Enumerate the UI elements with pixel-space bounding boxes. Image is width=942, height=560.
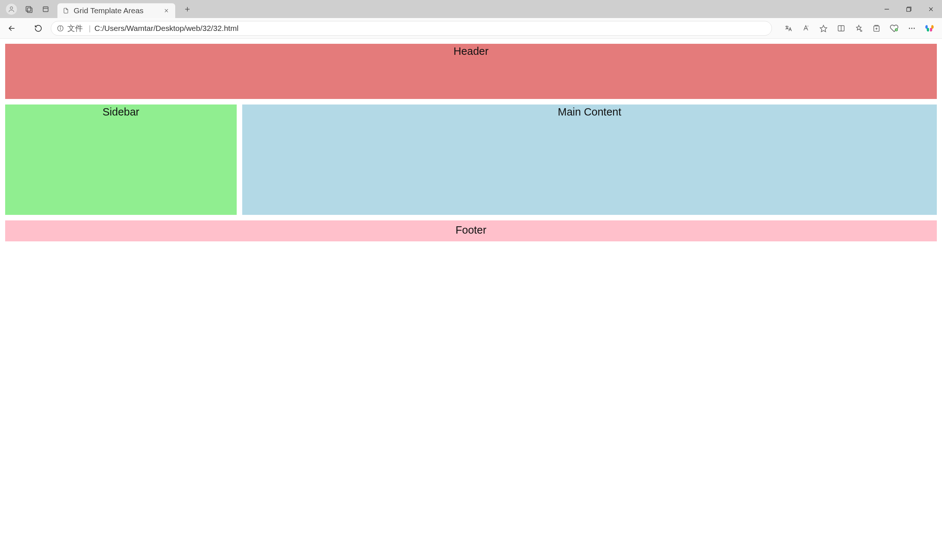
svg-marker-22 xyxy=(857,25,861,30)
window-controls xyxy=(876,0,942,18)
svg-point-18 xyxy=(60,26,60,27)
maximize-button[interactable] xyxy=(898,0,920,18)
tab-actions-icon[interactable] xyxy=(40,4,51,14)
translate-icon[interactable] xyxy=(780,20,796,37)
svg-point-32 xyxy=(914,28,915,29)
browser-tab[interactable]: Grid Template Areas xyxy=(57,3,175,18)
url-text: C:/Users/Wamtar/Desktop/web/32/32.html xyxy=(94,24,766,33)
svg-point-30 xyxy=(909,28,910,29)
close-window-button[interactable] xyxy=(920,0,942,18)
grid-header-area: Header xyxy=(5,44,937,99)
site-info-icon[interactable] xyxy=(56,24,65,32)
split-screen-icon[interactable] xyxy=(833,20,849,37)
address-row: 文件 | C:/Users/Wamtar/Desktop/web/32/32.h… xyxy=(0,18,942,38)
tab-strip-left xyxy=(6,4,51,15)
copilot-icon[interactable] xyxy=(921,20,937,37)
collections-icon[interactable] xyxy=(868,20,885,37)
profile-icon[interactable] xyxy=(6,4,17,15)
address-separator: | xyxy=(89,24,91,33)
tab-title: Grid Template Areas xyxy=(74,6,148,15)
workspaces-icon[interactable] xyxy=(23,4,34,14)
svg-rect-1 xyxy=(26,6,31,11)
grid-container: Header Sidebar Main Content Footer xyxy=(5,44,937,242)
extensions-icon[interactable] xyxy=(886,20,902,37)
svg-marker-19 xyxy=(820,25,827,31)
page-favicon-icon xyxy=(63,8,69,14)
close-tab-button[interactable] xyxy=(163,7,170,14)
toolbar-right xyxy=(780,20,937,37)
svg-point-31 xyxy=(911,28,912,29)
favorites-list-icon[interactable] xyxy=(851,20,867,37)
address-prefix: 文件 xyxy=(67,23,83,34)
read-aloud-icon[interactable] xyxy=(798,20,814,37)
svg-rect-3 xyxy=(43,7,48,11)
svg-rect-11 xyxy=(907,8,910,11)
svg-rect-2 xyxy=(27,8,32,12)
tab-strip: Grid Template Areas xyxy=(0,0,942,18)
grid-main-area: Main Content xyxy=(242,105,937,215)
grid-sidebar-area: Sidebar xyxy=(5,105,237,215)
back-button[interactable] xyxy=(5,21,19,36)
grid-footer-area: Footer xyxy=(5,220,937,242)
more-menu-icon[interactable] xyxy=(904,20,920,37)
favorite-star-icon[interactable] xyxy=(816,20,832,37)
address-bar[interactable]: 文件 | C:/Users/Wamtar/Desktop/web/32/32.h… xyxy=(51,21,772,36)
minimize-button[interactable] xyxy=(876,0,898,18)
new-tab-button[interactable] xyxy=(182,4,193,15)
svg-point-0 xyxy=(10,7,13,9)
page-viewport: Header Sidebar Main Content Footer xyxy=(0,38,942,560)
